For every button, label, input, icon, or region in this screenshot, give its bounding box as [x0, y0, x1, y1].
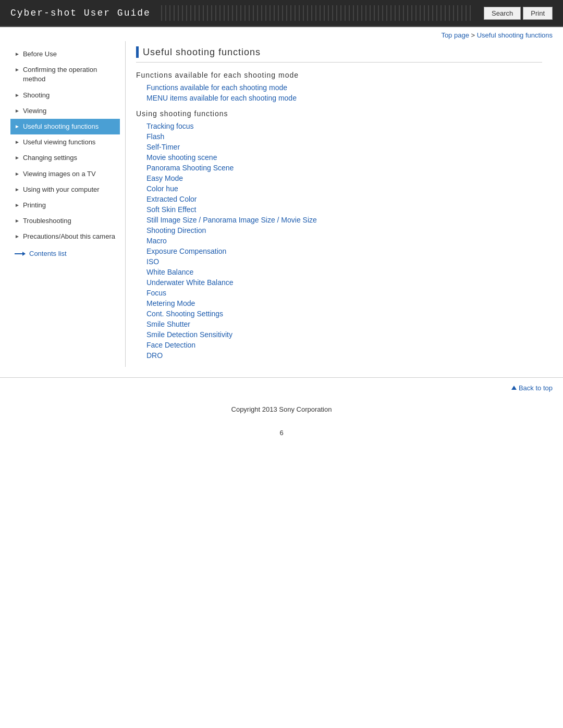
- using-shooting-link-list: Tracking focus Flash Self-Timer Movie sh…: [136, 122, 542, 360]
- list-item: Easy Mode: [146, 174, 542, 182]
- arrow-icon: ►: [15, 217, 20, 225]
- breadcrumb-top-link[interactable]: Top page: [441, 31, 471, 39]
- list-item: MENU items available for each shooting m…: [146, 94, 542, 102]
- list-item: Smile Shutter: [146, 320, 542, 328]
- list-item: Movie shooting scene: [146, 153, 542, 162]
- smile-detection-link[interactable]: Smile Detection Sensitivity: [146, 330, 232, 339]
- flash-link[interactable]: Flash: [146, 132, 164, 141]
- sidebar-item-troubleshooting[interactable]: ► Troubleshooting: [10, 213, 120, 229]
- func-each-mode-link[interactable]: Functions available for each shooting mo…: [146, 83, 287, 92]
- panorama-scene-link[interactable]: Panorama Shooting Scene: [146, 164, 234, 172]
- dro-link[interactable]: DRO: [146, 351, 163, 360]
- focus-link[interactable]: Focus: [146, 289, 166, 297]
- back-to-top-link[interactable]: Back to top: [511, 384, 553, 392]
- list-item: Still Image Size / Panorama Image Size /…: [146, 216, 542, 224]
- header-title: Cyber-shot User Guide: [10, 8, 151, 18]
- list-item: Macro: [146, 237, 542, 245]
- arrow-icon: ►: [15, 51, 20, 58]
- still-image-size-link[interactable]: Still Image Size / Panorama Image Size /…: [146, 216, 317, 224]
- content-area: Useful shooting functions Functions avai…: [125, 41, 553, 367]
- copyright: Copyright 2013 Sony Corporation: [0, 397, 563, 429]
- extracted-color-link[interactable]: Extracted Color: [146, 195, 197, 203]
- main-layout: ► Before Use ► Confirming the operation …: [0, 41, 563, 377]
- menu-items-link[interactable]: MENU items available for each shooting m…: [146, 94, 297, 102]
- title-bar-icon: [136, 46, 139, 58]
- arrow-icon: ►: [15, 139, 20, 146]
- breadcrumb-separator: >: [471, 31, 477, 39]
- search-button[interactable]: Search: [484, 7, 521, 20]
- list-item: Face Detection: [146, 341, 542, 349]
- list-item: Color hue: [146, 184, 542, 193]
- soft-skin-link[interactable]: Soft Skin Effect: [146, 205, 196, 214]
- self-timer-link[interactable]: Self-Timer: [146, 143, 180, 151]
- shooting-direction-link[interactable]: Shooting Direction: [146, 226, 206, 235]
- sidebar-item-changing-settings[interactable]: ► Changing settings: [10, 150, 120, 166]
- breadcrumb: Top page > Useful shooting functions: [0, 27, 563, 41]
- list-item: Metering Mode: [146, 299, 542, 307]
- tracking-focus-link[interactable]: Tracking focus: [146, 122, 194, 130]
- list-item: Functions available for each shooting mo…: [146, 83, 542, 92]
- list-item: White Balance: [146, 268, 542, 276]
- breadcrumb-current-link[interactable]: Useful shooting functions: [477, 31, 553, 39]
- header: Cyber-shot User Guide Search Print: [0, 0, 563, 27]
- macro-link[interactable]: Macro: [146, 237, 167, 245]
- exposure-comp-link[interactable]: Exposure Compensation: [146, 247, 226, 255]
- sidebar-item-shooting[interactable]: ► Shooting: [10, 88, 120, 103]
- sidebar-item-using-computer[interactable]: ► Using with your computer: [10, 182, 120, 198]
- list-item: Smile Detection Sensitivity: [146, 330, 542, 339]
- easy-mode-link[interactable]: Easy Mode: [146, 174, 183, 182]
- iso-link[interactable]: ISO: [146, 257, 159, 266]
- contents-list-link[interactable]: Contents list: [10, 244, 120, 257]
- underwater-wb-link[interactable]: Underwater White Balance: [146, 278, 234, 287]
- footer-nav: Back to top: [0, 377, 563, 397]
- list-item: Self-Timer: [146, 143, 542, 151]
- cont-shooting-link[interactable]: Cont. Shooting Settings: [146, 310, 223, 318]
- list-item: Tracking focus: [146, 122, 542, 130]
- header-buttons: Search Print: [484, 7, 553, 20]
- arrow-right-icon: [15, 253, 25, 254]
- list-item: Extracted Color: [146, 195, 542, 203]
- list-item: Panorama Shooting Scene: [146, 164, 542, 172]
- list-item: Shooting Direction: [146, 226, 542, 235]
- arrow-icon: ►: [15, 123, 20, 130]
- sidebar-item-viewing[interactable]: ► Viewing: [10, 103, 120, 119]
- functions-link-list: Functions available for each shooting mo…: [136, 83, 542, 102]
- page-title: Useful shooting functions: [136, 46, 542, 63]
- face-detection-link[interactable]: Face Detection: [146, 341, 195, 349]
- color-hue-link[interactable]: Color hue: [146, 184, 178, 193]
- print-button[interactable]: Print: [523, 7, 553, 20]
- arrow-icon: ►: [15, 202, 20, 209]
- header-stripe: [161, 5, 473, 21]
- white-balance-link[interactable]: White Balance: [146, 268, 193, 276]
- list-item: Soft Skin Effect: [146, 205, 542, 214]
- list-item: Focus: [146, 289, 542, 297]
- smile-shutter-link[interactable]: Smile Shutter: [146, 320, 190, 328]
- arrow-icon: ►: [15, 154, 20, 162]
- arrow-icon: ►: [15, 66, 20, 73]
- metering-mode-link[interactable]: Metering Mode: [146, 299, 195, 307]
- sidebar-item-viewing-tv[interactable]: ► Viewing images on a TV: [10, 166, 120, 182]
- sidebar-item-useful-viewing[interactable]: ► Useful viewing functions: [10, 134, 120, 150]
- page-number: 6: [0, 429, 563, 447]
- arrow-icon: ►: [15, 170, 20, 178]
- triangle-up-icon: [511, 386, 517, 390]
- movie-shooting-link[interactable]: Movie shooting scene: [146, 153, 217, 162]
- arrow-icon: ►: [15, 233, 20, 240]
- sidebar-item-useful-shooting[interactable]: ► Useful shooting functions: [10, 119, 120, 134]
- list-item: ISO: [146, 257, 542, 266]
- arrow-icon: ►: [15, 186, 20, 193]
- sidebar-item-before-use[interactable]: ► Before Use: [10, 46, 120, 62]
- arrow-icon: ►: [15, 92, 20, 99]
- section-heading-functions: Functions available for each shooting mo…: [136, 71, 542, 79]
- list-item: Underwater White Balance: [146, 278, 542, 287]
- list-item: Cont. Shooting Settings: [146, 310, 542, 318]
- arrow-icon: ►: [15, 107, 20, 115]
- sidebar: ► Before Use ► Confirming the operation …: [10, 41, 125, 367]
- sidebar-item-precautions[interactable]: ► Precautions/About this camera: [10, 229, 120, 244]
- list-item: Flash: [146, 132, 542, 141]
- list-item: Exposure Compensation: [146, 247, 542, 255]
- sidebar-item-printing[interactable]: ► Printing: [10, 198, 120, 213]
- section-heading-using: Using shooting functions: [136, 109, 542, 118]
- list-item: DRO: [146, 351, 542, 360]
- sidebar-item-confirming[interactable]: ► Confirming the operation method: [10, 62, 120, 87]
